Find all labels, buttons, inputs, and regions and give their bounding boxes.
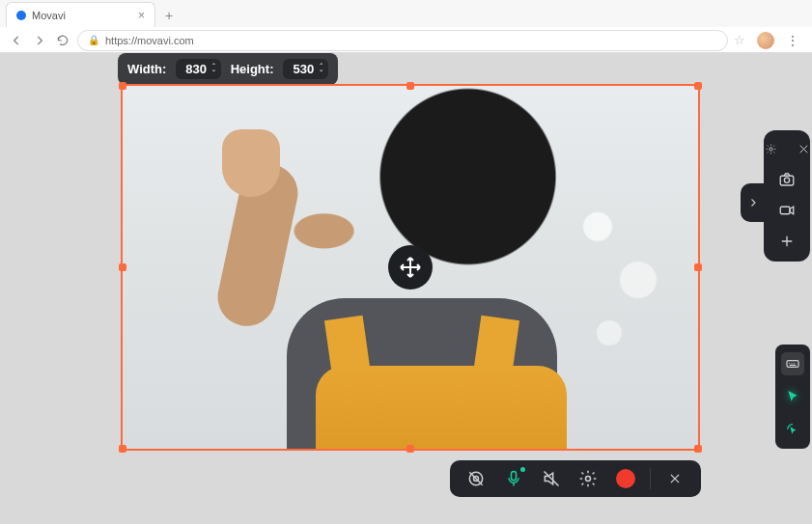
- microphone-toggle-button[interactable]: [500, 465, 527, 492]
- resize-handle-tl[interactable]: [119, 82, 126, 90]
- close-icon: [798, 143, 810, 155]
- active-indicator-icon: [520, 467, 525, 472]
- chevron-right-icon: [747, 197, 759, 208]
- close-tab-icon[interactable]: ×: [138, 10, 145, 21]
- dimension-toolbar[interactable]: Width: 830 ˆ ˇ Height: 530 ˆ ˇ: [118, 53, 338, 85]
- height-value: 530: [293, 62, 314, 76]
- width-input[interactable]: 830 ˆ ˇ: [176, 59, 220, 79]
- microphone-icon: [504, 469, 523, 488]
- svg-rect-8: [787, 361, 798, 368]
- width-label: Width:: [127, 62, 166, 76]
- svg-point-6: [784, 178, 789, 182]
- panel-close-button[interactable]: [791, 138, 812, 159]
- keyboard-icon: [785, 356, 800, 372]
- back-button[interactable]: [8, 32, 25, 49]
- width-value: 830: [185, 62, 207, 76]
- height-input[interactable]: 530 ˆ ˇ: [283, 59, 327, 79]
- address-bar[interactable]: 🔒 https://movavi.com: [77, 30, 728, 51]
- toolbar-right: ☆ ⋮: [734, 32, 804, 49]
- settings-button[interactable]: [574, 465, 602, 492]
- record-video-button[interactable]: [774, 200, 799, 221]
- resize-handle-tr[interactable]: [694, 82, 702, 90]
- close-icon: [668, 472, 682, 485]
- capture-region[interactable]: [121, 84, 700, 451]
- expand-panel-button[interactable]: [741, 183, 766, 222]
- panel-settings-button[interactable]: [758, 138, 783, 159]
- svg-rect-2: [512, 472, 517, 481]
- side-tools-panel: [764, 130, 810, 262]
- bookmark-icon[interactable]: ☆: [734, 33, 745, 47]
- svg-point-3: [586, 477, 591, 482]
- highlight-clicks-button[interactable]: [781, 418, 804, 441]
- resize-handle-bl[interactable]: [119, 445, 126, 453]
- lock-icon: 🔒: [88, 35, 99, 45]
- move-icon: [399, 256, 422, 279]
- record-icon: [616, 469, 635, 488]
- gear-icon: [765, 143, 777, 155]
- screenshot-button[interactable]: [774, 169, 799, 190]
- chevron-down-icon: ˇ: [212, 69, 215, 76]
- url-text: https://movavi.com: [105, 35, 194, 46]
- favicon-icon: [16, 11, 26, 20]
- cursor-icon: [785, 389, 800, 404]
- resize-handle-br[interactable]: [694, 445, 702, 453]
- chevron-down-icon: ˇ: [320, 69, 322, 76]
- menu-icon[interactable]: ⋮: [786, 33, 798, 48]
- cursor-click-icon: [785, 422, 800, 437]
- camera-icon: [778, 171, 796, 188]
- plus-icon: [778, 233, 796, 250]
- cancel-button[interactable]: [661, 465, 688, 492]
- webcam-off-icon: [466, 469, 486, 488]
- resize-handle-mr[interactable]: [694, 263, 702, 271]
- browser-chrome: Movavi × + 🔒 https://movavi.com ☆ ⋮: [0, 0, 812, 53]
- system-audio-toggle-button[interactable]: [538, 465, 565, 492]
- reload-button[interactable]: [54, 32, 71, 49]
- resize-handle-bm[interactable]: [406, 445, 414, 453]
- resize-handle-tm[interactable]: [406, 82, 414, 90]
- browser-tab[interactable]: Movavi ×: [6, 2, 155, 27]
- webcam-toggle-button[interactable]: [462, 465, 490, 492]
- add-button[interactable]: [774, 231, 799, 252]
- width-stepper[interactable]: ˆ ˇ: [212, 63, 215, 76]
- gear-icon: [578, 469, 598, 488]
- forward-button[interactable]: [31, 32, 48, 49]
- highlight-cursor-button[interactable]: [781, 385, 804, 408]
- height-label: Height:: [231, 62, 274, 76]
- move-handle[interactable]: [388, 245, 433, 290]
- video-camera-icon: [778, 202, 796, 219]
- svg-point-4: [769, 147, 771, 150]
- profile-avatar[interactable]: [757, 32, 774, 49]
- recorder-toolbar: [450, 460, 701, 497]
- resize-handle-ml[interactable]: [119, 263, 126, 271]
- show-keystrokes-button[interactable]: [781, 352, 804, 375]
- height-stepper[interactable]: ˆ ˇ: [320, 63, 322, 76]
- new-tab-button[interactable]: +: [157, 4, 181, 27]
- svg-rect-7: [780, 207, 790, 214]
- record-button[interactable]: [612, 465, 639, 492]
- browser-toolbar: 🔒 https://movavi.com ☆ ⋮: [0, 27, 812, 53]
- tab-strip: Movavi × +: [0, 0, 812, 27]
- cursor-effects-panel: [775, 345, 810, 449]
- speaker-off-icon: [542, 469, 561, 488]
- divider: [650, 468, 651, 489]
- tab-title: Movavi: [32, 10, 66, 21]
